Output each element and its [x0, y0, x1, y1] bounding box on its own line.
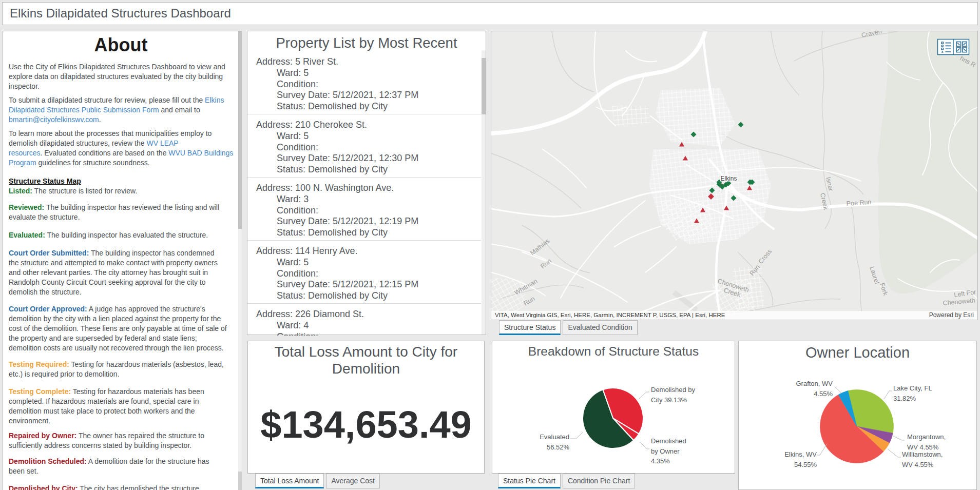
svg-text:Elkins: Elkins [721, 175, 737, 182]
